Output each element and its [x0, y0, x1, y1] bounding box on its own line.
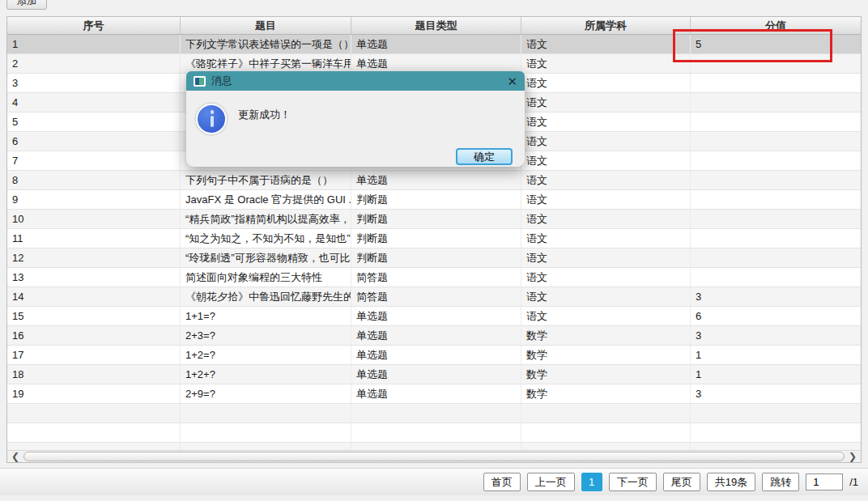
- cell-title: “知之为知之，不知为不知，是知也”...: [181, 229, 351, 248]
- cell-subject: 语文: [521, 229, 691, 248]
- scroll-right-arrow-icon[interactable]: ❯: [846, 451, 859, 462]
- cell-no: 19: [7, 384, 181, 403]
- cell-title: [181, 443, 351, 450]
- cell-score: 3: [691, 326, 861, 345]
- score-cell-highlight-annotation: [673, 29, 832, 62]
- dialog-message: 更新成功！: [238, 108, 291, 122]
- scroll-left-arrow-icon[interactable]: ❮: [9, 451, 22, 462]
- cell-type: 判断题: [351, 190, 521, 209]
- page-number-input[interactable]: [806, 473, 843, 490]
- next-page-button[interactable]: 下一页: [609, 473, 657, 491]
- cell-type: 单选题: [351, 307, 521, 325]
- table-row[interactable]: 162+3=?单选题数学3: [7, 326, 861, 346]
- cell-subject: 语文: [521, 35, 691, 53]
- cell-subject: 数学: [521, 346, 691, 364]
- empty-table-row: [7, 423, 861, 443]
- table-row[interactable]: 14《朝花夕拾》中鲁迅回忆藤野先生的...简答题语文3: [7, 287, 861, 307]
- cell-title: 简述面向对象编程的三大特性: [181, 268, 351, 287]
- scrollbar-thumb[interactable]: [23, 452, 845, 461]
- cell-title: [181, 404, 351, 422]
- cell-type: 单选题: [351, 54, 521, 73]
- cell-type: 判断题: [351, 210, 521, 228]
- total-count-badge: 共19条: [707, 473, 755, 491]
- cell-no: 5: [7, 113, 181, 131]
- cell-no: 8: [7, 171, 181, 189]
- cell-title: 《朝花夕拾》中鲁迅回忆藤野先生的...: [181, 287, 351, 306]
- cell-score: [691, 404, 861, 422]
- cell-type: [351, 423, 521, 442]
- cell-score: [691, 171, 861, 189]
- cell-subject: [521, 404, 691, 422]
- pagination-bar: 首页 上一页 1 下一页 尾页 共19条 跳转 /1: [0, 468, 868, 495]
- table-row[interactable]: 9JavaFX 是 Oracle 官方提供的 GUI ...判断题语文: [7, 190, 861, 210]
- cell-subject: 数学: [521, 326, 691, 345]
- first-page-button[interactable]: 首页: [483, 473, 521, 491]
- cell-title: JavaFX 是 Oracle 官方提供的 GUI ...: [181, 190, 351, 209]
- cell-score: [691, 190, 861, 209]
- cell-score: [691, 113, 861, 131]
- cell-no: 14: [7, 287, 181, 306]
- cell-type: 单选题: [351, 171, 521, 189]
- table-row[interactable]: 11“知之为知之，不知为不知，是知也”...判断题语文: [7, 229, 861, 248]
- cell-type: 单选题: [351, 365, 521, 384]
- cell-no: 11: [7, 229, 181, 248]
- cell-no: 16: [7, 326, 181, 345]
- cell-subject: 数学: [521, 365, 691, 384]
- cell-score: 1: [691, 365, 861, 384]
- cell-no: [7, 443, 181, 450]
- table-row[interactable]: 192+9=?单选题数学3: [7, 384, 861, 404]
- cell-score: 1: [691, 346, 861, 364]
- cell-score: [691, 443, 861, 450]
- table-row[interactable]: 8下列句子中不属于语病的是（）单选题语文: [7, 171, 861, 190]
- column-header[interactable]: 题目: [181, 17, 351, 34]
- cell-title: 1+1=?: [181, 307, 351, 325]
- cell-score: [691, 268, 861, 287]
- ok-button[interactable]: 确定: [456, 148, 513, 165]
- table-row[interactable]: 181+2+?单选题数学1: [7, 365, 861, 384]
- close-icon[interactable]: ✕: [507, 75, 517, 87]
- cell-subject: 语文: [521, 74, 691, 92]
- dialog-body: 更新成功！ 确定: [186, 91, 525, 167]
- cell-title: “玲珑剔透”可形容器物精致，也可比...: [181, 248, 351, 267]
- column-header[interactable]: 题目类型: [351, 17, 521, 34]
- cell-title: 2+9=?: [181, 384, 351, 403]
- cell-subject: 语文: [521, 287, 691, 306]
- cell-score: [691, 74, 861, 92]
- cell-title: 1+2+?: [181, 365, 351, 384]
- table-row[interactable]: 12“玲珑剔透”可形容器物精致，也可比...判断题语文: [7, 248, 861, 268]
- cell-title: [181, 423, 351, 442]
- cell-no: 6: [7, 132, 181, 151]
- table-row[interactable]: 10“精兵简政”指精简机构以提高效率，...判断题语文: [7, 210, 861, 229]
- cell-subject: 语文: [521, 132, 691, 151]
- cell-no: 10: [7, 210, 181, 228]
- last-page-button[interactable]: 尾页: [663, 473, 700, 491]
- cell-score: [691, 248, 861, 267]
- jump-button[interactable]: 跳转: [762, 473, 799, 491]
- cell-no: 2: [7, 54, 181, 73]
- cell-subject: 语文: [521, 268, 691, 287]
- cell-subject: 语文: [521, 93, 691, 112]
- table-row[interactable]: 151+1=?单选题语文6: [7, 307, 861, 326]
- cell-type: 判断题: [351, 248, 521, 267]
- table-row[interactable]: 13简述面向对象编程的三大特性简答题语文: [7, 268, 861, 287]
- cell-subject: [521, 423, 691, 442]
- empty-table-row: [7, 404, 861, 423]
- cell-no: 4: [7, 93, 181, 112]
- cell-title: 2+3=?: [181, 326, 351, 345]
- cell-subject: [521, 443, 691, 450]
- empty-table-row: [7, 443, 861, 450]
- dialog-titlebar[interactable]: 消息 ✕: [186, 71, 525, 91]
- table-row[interactable]: 171+2=?单选题数学1: [7, 346, 861, 365]
- column-header[interactable]: 所属学科: [521, 17, 691, 34]
- cell-score: [691, 229, 861, 248]
- cell-subject: 数学: [521, 384, 691, 403]
- current-page-button[interactable]: 1: [581, 473, 602, 491]
- cell-type: 单选题: [351, 384, 521, 403]
- add-button[interactable]: 添加: [6, 0, 47, 10]
- prev-page-button[interactable]: 上一页: [527, 473, 575, 491]
- column-header[interactable]: 序号: [7, 17, 181, 34]
- cell-score: [691, 423, 861, 442]
- cell-no: 1: [7, 35, 181, 53]
- horizontal-scrollbar[interactable]: ❮ ❯: [7, 450, 861, 462]
- cell-type: 简答题: [351, 287, 521, 306]
